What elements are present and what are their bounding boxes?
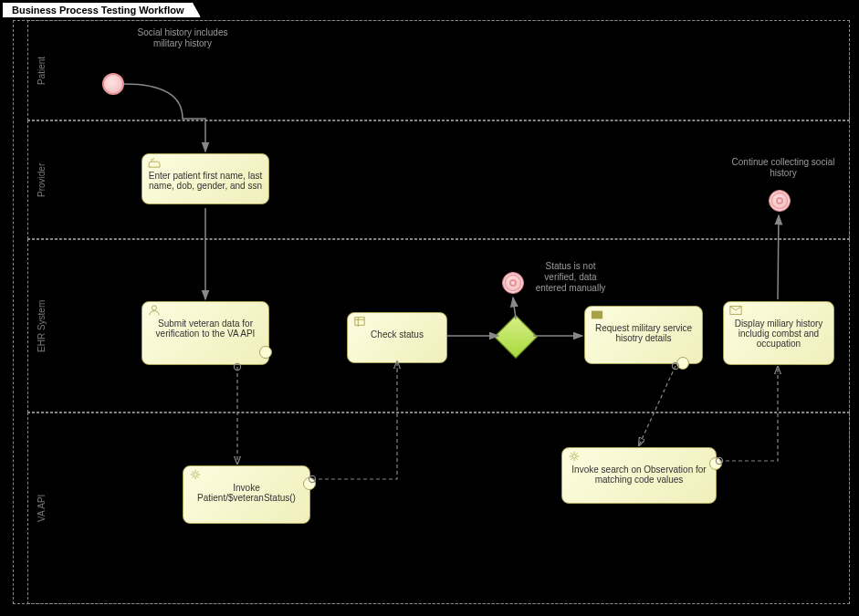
svg-point-6 xyxy=(194,473,198,477)
task-request-history: Request military service hisotry details xyxy=(584,306,703,364)
task-request-history-label: Request military service hisotry details xyxy=(595,323,692,343)
task-invoke-patient-label: Invoke Patient/$veteranStatus() xyxy=(197,483,296,503)
boundary-event-3 xyxy=(303,477,316,490)
service-task-icon xyxy=(189,469,202,480)
lane-label-provider: Provider xyxy=(28,121,54,238)
end-event-status xyxy=(502,272,524,294)
svg-point-7 xyxy=(572,454,577,459)
task-enter-patient: Enter patient first name, last name, dob… xyxy=(141,153,269,204)
task-display-history-label: Display miliary history includig combst … xyxy=(735,318,823,349)
task-display-history: Display miliary history includig combst … xyxy=(723,301,834,365)
lane-va: VA API xyxy=(27,412,850,604)
boundary-event xyxy=(259,346,272,359)
script-task-icon xyxy=(353,316,366,327)
task-check-status-label: Check status xyxy=(371,329,424,339)
user-task-icon xyxy=(148,305,161,316)
task-check-status: Check status xyxy=(347,312,447,363)
svg-point-0 xyxy=(152,306,156,310)
lane-label-patient: Patient xyxy=(28,21,54,120)
task-submit-veteran: Submit veteran data for verification to … xyxy=(141,301,269,365)
task-enter-patient-label: Enter patient first name, last name, dob… xyxy=(149,171,263,191)
manual-task-icon xyxy=(148,157,161,168)
boundary-event-2 xyxy=(676,357,689,370)
lane-label-ehr: EHR System xyxy=(28,240,54,412)
task-submit-veteran-label: Submit veteran data for verification to … xyxy=(156,318,256,339)
task-invoke-patient: Invoke Patient/$veteranStatus() xyxy=(183,465,310,524)
send-task-icon xyxy=(591,309,603,320)
start-event xyxy=(102,73,124,95)
task-invoke-search: Invoke search on Observation for matchin… xyxy=(561,447,717,504)
end-event-continue xyxy=(769,190,791,212)
boundary-event-4 xyxy=(709,457,722,470)
lane-label-va: VA API xyxy=(28,413,54,603)
svg-rect-4 xyxy=(592,311,602,319)
receive-task-icon xyxy=(729,305,742,316)
service-task-icon-2 xyxy=(568,451,581,462)
end-event-continue-label: Continue collecting social history xyxy=(725,157,842,179)
svg-rect-1 xyxy=(355,318,364,326)
diagram-title: Business Process Testing Workflow xyxy=(2,2,201,18)
start-event-label: Social history includes military history xyxy=(137,27,228,49)
end-event-status-label: Status is not verified, data entered man… xyxy=(529,261,612,294)
task-invoke-search-label: Invoke search on Observation for matchin… xyxy=(571,465,706,485)
